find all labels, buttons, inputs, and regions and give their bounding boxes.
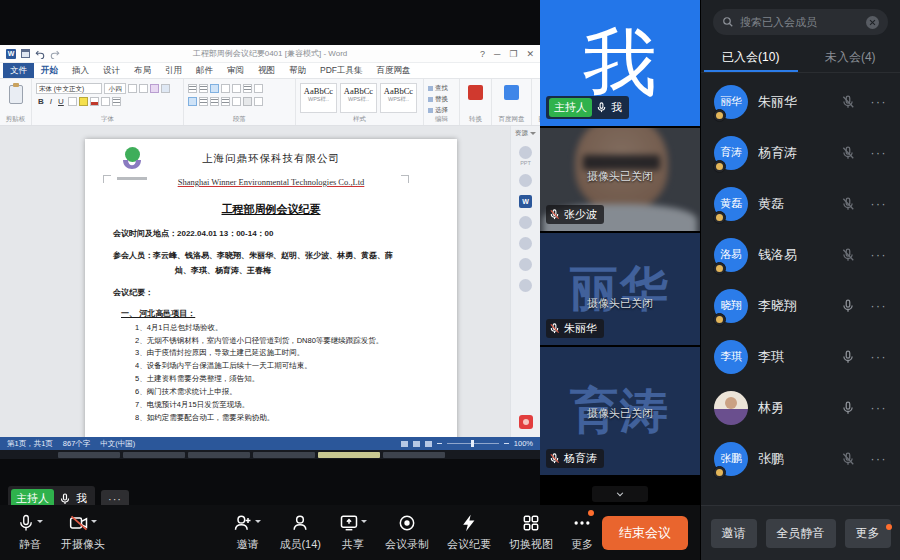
mic-muted-icon[interactable] bbox=[841, 452, 855, 466]
align-center-icon[interactable] bbox=[199, 97, 208, 106]
mic-icon[interactable] bbox=[841, 401, 855, 415]
member-more-button[interactable]: ··· bbox=[871, 95, 888, 109]
member-row[interactable]: 林勇 ··· bbox=[701, 382, 900, 433]
print-layout-icon[interactable] bbox=[413, 441, 420, 447]
tab-references[interactable]: 引用 bbox=[158, 63, 189, 78]
video-tile-self[interactable]: 我 主持人 我 bbox=[540, 0, 700, 126]
rail-resources-button[interactable]: 资源 bbox=[515, 129, 536, 138]
record-button[interactable]: 会议录制 bbox=[376, 513, 438, 552]
meeting-notes-button[interactable]: 会议纪要 bbox=[438, 513, 500, 552]
mic-muted-icon[interactable] bbox=[841, 95, 855, 109]
member-row[interactable]: 丽华 朱丽华 ··· bbox=[701, 76, 900, 127]
share-screen-button[interactable]: 共享 bbox=[330, 513, 376, 552]
tab-not-joined[interactable]: 未入会(4) bbox=[801, 42, 900, 72]
zoom-slider-thumb[interactable] bbox=[471, 440, 474, 447]
word-count[interactable]: 867个字 bbox=[63, 439, 91, 449]
text-effects-icon[interactable] bbox=[150, 84, 159, 93]
chevron-down-icon[interactable] bbox=[361, 520, 367, 526]
tab-layout[interactable]: 布局 bbox=[127, 63, 158, 78]
invite-button[interactable]: 邀请 bbox=[224, 513, 270, 552]
web-layout-icon[interactable] bbox=[425, 441, 432, 447]
tab-insert[interactable]: 插入 bbox=[65, 63, 96, 78]
bullets-icon[interactable] bbox=[188, 84, 197, 93]
tab-mailings[interactable]: 邮件 bbox=[189, 63, 220, 78]
rail-ppt-icon[interactable] bbox=[519, 146, 532, 159]
document-page[interactable]: 上海问鼎环保科技有限公司 Shanghai Winner Environment… bbox=[85, 139, 457, 437]
chevron-down-icon[interactable] bbox=[91, 520, 97, 526]
phonetic-icon[interactable] bbox=[161, 84, 170, 93]
strip-scroll-down-button[interactable] bbox=[592, 486, 648, 502]
member-more-button[interactable]: ··· bbox=[871, 197, 888, 211]
video-tile[interactable]: 摄像头已关闭 张少波 bbox=[540, 128, 700, 231]
member-row[interactable]: 洛易 钱洛易 ··· bbox=[701, 229, 900, 280]
redo-icon[interactable] bbox=[50, 49, 60, 59]
switch-view-button[interactable]: 切换视图 bbox=[500, 513, 562, 552]
numbering-icon[interactable] bbox=[199, 84, 208, 93]
chevron-down-icon[interactable] bbox=[255, 520, 261, 526]
mic-icon[interactable] bbox=[841, 350, 855, 364]
zoom-slider[interactable] bbox=[447, 443, 499, 444]
shrink-font-icon[interactable] bbox=[139, 84, 148, 93]
invite-button[interactable]: 邀请 bbox=[711, 519, 757, 548]
show-marks-icon[interactable] bbox=[254, 84, 263, 93]
restore-icon[interactable]: ❐ bbox=[509, 49, 517, 59]
tab-joined[interactable]: 已入会(10) bbox=[701, 42, 801, 72]
replace-button[interactable]: 替换 bbox=[428, 95, 455, 104]
member-row[interactable]: 张鹏 张鹏 ··· bbox=[701, 433, 900, 484]
char-shading-icon[interactable] bbox=[112, 97, 121, 106]
member-more-button[interactable]: ··· bbox=[871, 248, 888, 262]
save-icon[interactable] bbox=[21, 49, 30, 58]
member-more-button[interactable]: ··· bbox=[871, 146, 888, 160]
highlight-color-icon[interactable] bbox=[79, 97, 88, 106]
tab-pdf-tools[interactable]: PDF工具集 bbox=[313, 63, 370, 78]
rail-tool-icon[interactable] bbox=[519, 174, 532, 187]
tab-review[interactable]: 审阅 bbox=[220, 63, 251, 78]
italic-button[interactable]: I bbox=[48, 98, 54, 106]
search-box[interactable] bbox=[713, 9, 888, 35]
help-icon[interactable]: ? bbox=[480, 49, 485, 59]
strikethrough-icon[interactable] bbox=[68, 97, 77, 106]
tab-home[interactable]: 开始 bbox=[34, 63, 65, 78]
search-input[interactable] bbox=[740, 16, 860, 28]
borders-icon[interactable] bbox=[254, 97, 263, 106]
tab-baidu-pan[interactable]: 百度网盘 bbox=[370, 63, 418, 78]
chevron-down-icon[interactable] bbox=[37, 520, 43, 526]
sort-icon[interactable] bbox=[243, 84, 252, 93]
read-mode-icon[interactable] bbox=[401, 441, 408, 447]
style-card[interactable]: AaBbCc WPS样.. bbox=[380, 83, 417, 113]
font-name-select[interactable]: 宋体 (中文正文) bbox=[36, 83, 102, 94]
undo-icon[interactable] bbox=[35, 49, 45, 59]
language-indicator[interactable]: 中文(中国) bbox=[100, 439, 135, 449]
video-tile[interactable]: 丽华 摄像头已关闭 朱丽华 bbox=[540, 233, 700, 345]
members-button[interactable]: 成员(14) bbox=[270, 513, 330, 552]
multilevel-list-icon[interactable] bbox=[210, 84, 219, 93]
member-row[interactable]: 晓翔 李晓翔 ··· bbox=[701, 280, 900, 331]
member-more-button[interactable]: ··· bbox=[871, 401, 888, 415]
grow-font-icon[interactable] bbox=[128, 84, 137, 93]
decrease-indent-icon[interactable] bbox=[221, 84, 230, 93]
member-more-button[interactable]: ··· bbox=[871, 299, 888, 313]
rail-tool-icon[interactable] bbox=[519, 216, 532, 229]
rail-tool-icon[interactable] bbox=[519, 258, 532, 271]
line-spacing-icon[interactable] bbox=[232, 97, 241, 106]
camera-button[interactable]: 开摄像头 bbox=[52, 513, 114, 552]
tab-help[interactable]: 帮助 bbox=[282, 63, 313, 78]
rail-tool-icon[interactable] bbox=[519, 237, 532, 250]
underline-button[interactable]: U bbox=[56, 98, 66, 106]
justify-icon[interactable] bbox=[221, 97, 230, 106]
mic-muted-icon[interactable] bbox=[841, 248, 855, 262]
video-tile[interactable]: 育涛 摄像头已关闭 杨育涛 bbox=[540, 347, 700, 475]
find-button[interactable]: 查找 bbox=[428, 84, 455, 93]
tab-design[interactable]: 设计 bbox=[96, 63, 127, 78]
member-list[interactable]: 丽华 朱丽华 ··· 育涛 杨育涛 ··· 黄磊 黄磊 ··· 洛易 钱洛易 bbox=[701, 73, 900, 505]
mic-icon[interactable] bbox=[841, 299, 855, 313]
mute-all-button[interactable]: 全员静音 bbox=[766, 519, 836, 548]
rail-pin-icon[interactable] bbox=[519, 415, 533, 429]
shading-icon[interactable] bbox=[243, 97, 252, 106]
close-icon[interactable]: ✕ bbox=[526, 49, 534, 59]
zoom-in-icon[interactable] bbox=[504, 443, 509, 444]
mic-muted-icon[interactable] bbox=[841, 146, 855, 160]
mute-button[interactable]: 静音 bbox=[8, 513, 52, 552]
more-button[interactable]: 更多 bbox=[562, 513, 602, 552]
zoom-out-icon[interactable] bbox=[437, 443, 442, 444]
